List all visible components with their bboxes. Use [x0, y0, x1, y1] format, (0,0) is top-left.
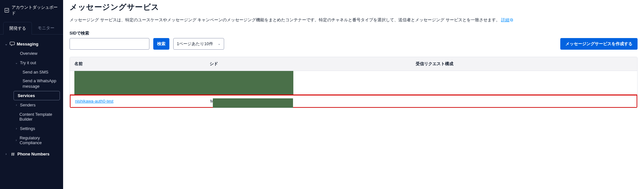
col-header-request-config: 受信リクエスト構成	[416, 61, 633, 67]
tab-monitor[interactable]: モニター	[32, 22, 60, 34]
chevron-right-icon: ›	[15, 138, 18, 142]
dashboard-icon	[5, 8, 9, 13]
nav-phone-numbers[interactable]: › Phone Numbers	[0, 149, 63, 159]
page-size-label: 1ページあたり10件	[177, 41, 213, 47]
search-input[interactable]	[70, 38, 149, 50]
nav-tree: ⌄ Messaging ›Overview ⌄ Try it out Send …	[0, 35, 63, 164]
chevron-down-icon: ⌄	[15, 61, 18, 65]
nav-content-template[interactable]: ›Content Template Builder	[6, 110, 63, 124]
create-service-button[interactable]: メッセージングサービスを作成する	[560, 38, 638, 50]
chat-icon	[10, 41, 15, 46]
nav-send-sms[interactable]: Send an SMS	[6, 67, 63, 77]
controls-row: 検索 1ページあたり10件 ⌄ メッセージングサービスを作成する	[70, 38, 638, 50]
nav-overview[interactable]: ›Overview	[6, 49, 63, 58]
account-dashboard-link[interactable]: アカウントダッシュボード	[0, 2, 63, 19]
page-title: メッセージングサービス	[70, 2, 638, 12]
col-header-name: 名前	[74, 61, 210, 67]
page-size-select[interactable]: 1ページあたり10件 ⌄	[173, 38, 224, 50]
nav-phone-numbers-label: Phone Numbers	[17, 152, 50, 156]
account-dashboard-label: アカウントダッシュボード	[12, 5, 59, 16]
nav-messaging-label: Messaging	[17, 42, 38, 46]
chevron-right-icon: ›	[5, 152, 8, 156]
sidebar: アカウントダッシュボード 開発する モニター ⌄ Messaging ›Over…	[0, 0, 63, 189]
page-description: メッセージング サービスは、特定のユースケースやメッセージング キャンペーンのメ…	[70, 17, 638, 23]
nav-settings[interactable]: › Settings	[6, 124, 63, 133]
chevron-down-icon: ⌄	[5, 42, 8, 46]
chevron-right-icon: ›	[15, 127, 18, 130]
svg-rect-0	[5, 8, 9, 12]
chevron-down-icon: ⌄	[218, 42, 221, 46]
search-label: SIDで検索	[70, 30, 638, 36]
table-header: 名前 シド 受信リクエスト構成	[70, 57, 637, 71]
redacted-content	[213, 98, 293, 108]
main-content: メッセージングサービス メッセージング サービスは、特定のユースケースやメッセー…	[63, 0, 644, 189]
table-row[interactable]	[70, 71, 637, 95]
chevron-right-icon: ›	[15, 103, 18, 107]
nav-messaging[interactable]: ⌄ Messaging	[0, 39, 63, 49]
redacted-content	[74, 71, 293, 95]
nav-services[interactable]: Services	[14, 91, 60, 100]
nav-send-whatsapp[interactable]: Send a WhatsApp message	[6, 77, 63, 91]
services-table: 名前 シド 受信リクエスト構成 nishikawa-auth0-test M	[70, 57, 638, 108]
search-button[interactable]: 検索	[153, 38, 169, 50]
tab-develop[interactable]: 開発する	[3, 22, 32, 35]
col-header-sid: シド	[210, 61, 416, 67]
svg-rect-1	[10, 42, 14, 45]
external-link-icon: ⧉	[510, 17, 513, 23]
detail-link[interactable]: 詳細	[501, 17, 509, 22]
sidebar-tabs: 開発する モニター	[0, 19, 63, 35]
nav-regulatory[interactable]: › Regulatory Compliance	[6, 133, 63, 147]
service-name-link[interactable]: nishikawa-auth0-test	[75, 99, 113, 104]
nav-try-it-out[interactable]: ⌄ Try it out	[6, 58, 63, 67]
hash-icon	[10, 152, 15, 157]
table-row[interactable]: nishikawa-auth0-test M	[70, 94, 638, 108]
nav-senders[interactable]: › Senders	[6, 100, 63, 110]
